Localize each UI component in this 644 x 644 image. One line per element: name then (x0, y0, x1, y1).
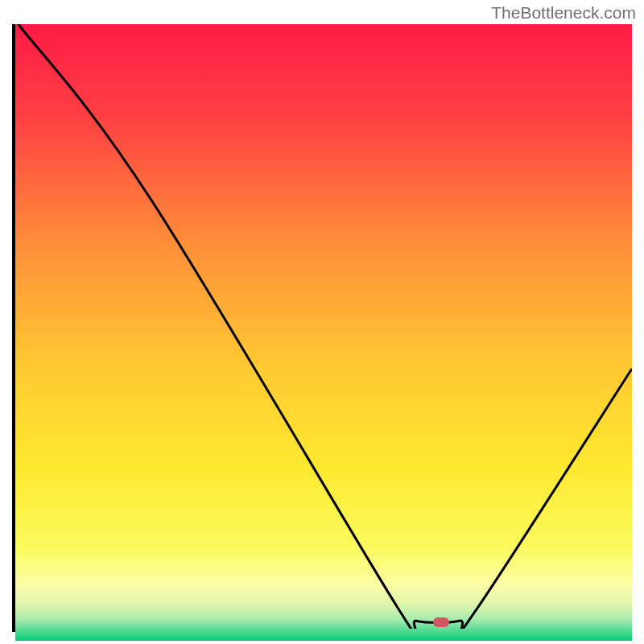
watermark-text: TheBottleneck.com (491, 3, 636, 23)
chart-marker (433, 617, 449, 627)
chart-plot-area (12, 24, 632, 632)
chart-curve (15, 24, 632, 629)
